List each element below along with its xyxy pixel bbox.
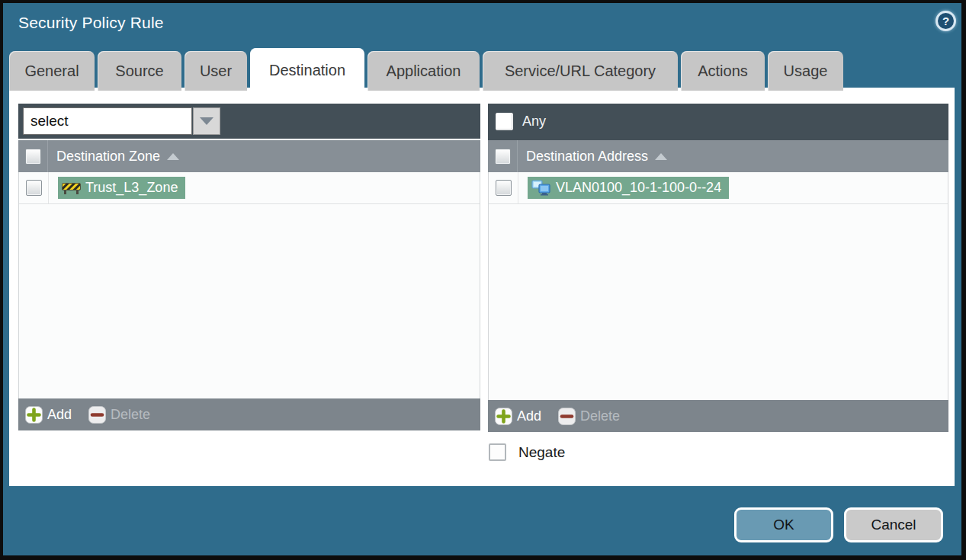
tab-actions[interactable]: Actions: [681, 51, 765, 91]
address-icon: [531, 180, 551, 196]
security-policy-rule-dialog: Security Policy Rule ? General Source Us…: [3, 3, 961, 555]
zone-column-header[interactable]: Destination Zone: [18, 140, 480, 172]
address-row-cell: VLAN0100_10-1-100-0--24: [518, 172, 948, 203]
address-table-body: VLAN0100_10-1-100-0--24: [488, 172, 948, 400]
table-row: VLAN0100_10-1-100-0--24: [489, 172, 948, 204]
address-delete-label: Delete: [580, 408, 620, 424]
delete-icon: [558, 408, 576, 425]
zone-value-chip[interactable]: Trust_L3_Zone: [58, 177, 185, 199]
zone-toolbar: select: [18, 104, 480, 139]
negate-label: Negate: [518, 444, 565, 461]
dialog-title: Security Policy Rule: [18, 14, 164, 32]
address-column-header[interactable]: Destination Address: [488, 140, 948, 172]
tab-user[interactable]: User: [185, 51, 247, 91]
any-label: Any: [522, 114, 546, 130]
zone-select-input[interactable]: select: [23, 107, 192, 135]
zone-add-button[interactable]: Add: [25, 406, 72, 424]
cancel-button[interactable]: Cancel: [844, 507, 943, 542]
negate-row: Negate: [489, 443, 565, 461]
table-row: Trust_L3_Zone: [19, 172, 480, 204]
any-row: Any: [496, 113, 546, 130]
tab-application[interactable]: Application: [367, 51, 480, 91]
address-add-label: Add: [517, 408, 541, 424]
zone-select-all-checkbox[interactable]: [25, 149, 41, 165]
add-icon: [495, 408, 512, 425]
address-row-label: VLAN0100_10-1-100-0--24: [556, 180, 721, 196]
tab-source[interactable]: Source: [98, 51, 181, 91]
address-toolbar: Any: [488, 104, 948, 140]
address-select-all-checkbox[interactable]: [495, 149, 511, 165]
sort-ascending-icon: [655, 153, 667, 160]
zone-panel-footer: Add Delete: [18, 398, 480, 430]
delete-icon: [88, 406, 106, 424]
sort-ascending-icon: [167, 153, 179, 160]
address-value-chip[interactable]: VLAN0100_10-1-100-0--24: [528, 177, 729, 199]
zone-table-body: Trust_L3_Zone: [18, 172, 480, 398]
zone-row-cell: Trust_L3_Zone: [48, 172, 480, 203]
tab-bar: General Source User Destination Applicat…: [9, 48, 843, 91]
tab-usage[interactable]: Usage: [768, 51, 843, 91]
address-panel-footer: Add Delete: [488, 400, 948, 432]
address-column-header-label: Destination Address: [517, 140, 948, 172]
address-add-button[interactable]: Add: [495, 408, 541, 425]
destination-tab-content: select Destination Zone: [9, 88, 955, 486]
chevron-down-icon: [200, 117, 213, 125]
tab-destination[interactable]: Destination: [250, 48, 364, 92]
zone-delete-label: Delete: [111, 407, 150, 423]
zone-select-dropdown-button[interactable]: [193, 107, 220, 135]
zone-icon: [62, 181, 81, 194]
ok-button[interactable]: OK: [734, 507, 833, 542]
zone-delete-button[interactable]: Delete: [88, 406, 150, 424]
add-icon: [25, 406, 43, 424]
zone-column-header-label: Destination Zone: [47, 140, 480, 172]
tab-service-url-category[interactable]: Service/URL Category: [483, 51, 678, 91]
zone-row-label: Trust_L3_Zone: [85, 180, 178, 196]
address-delete-button[interactable]: Delete: [558, 408, 620, 425]
destination-address-panel: Any Destination Address: [488, 104, 948, 432]
negate-checkbox[interactable]: [489, 443, 506, 461]
any-checkbox[interactable]: [496, 113, 513, 130]
help-icon[interactable]: ?: [936, 11, 956, 31]
tab-general[interactable]: General: [9, 51, 95, 91]
address-row-checkbox[interactable]: [496, 180, 512, 196]
destination-zone-panel: select Destination Zone: [18, 104, 480, 430]
zone-add-label: Add: [47, 407, 72, 423]
zone-row-checkbox[interactable]: [26, 180, 42, 196]
